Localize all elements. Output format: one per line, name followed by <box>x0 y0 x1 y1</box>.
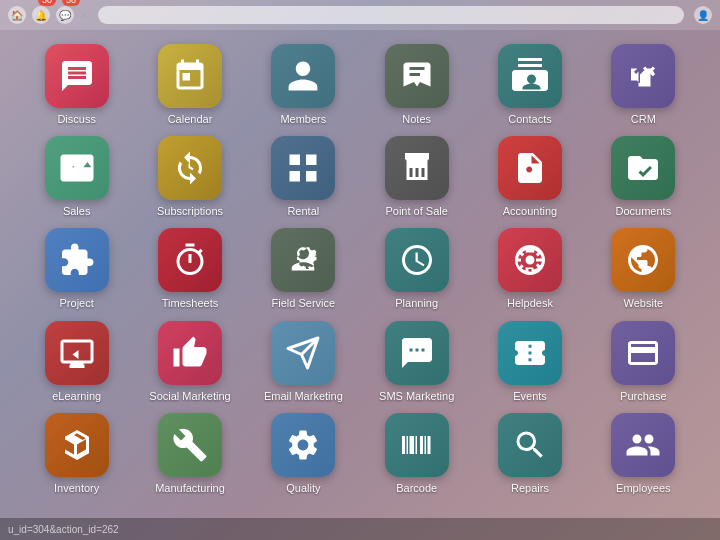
app-item-helpdesk[interactable]: Helpdesk <box>473 222 586 314</box>
smsmarketing-label: SMS Marketing <box>379 390 454 403</box>
timesheets-label: Timesheets <box>162 297 218 310</box>
crm-label: CRM <box>631 113 656 126</box>
app-item-sales[interactable]: Sales <box>20 130 133 222</box>
inventory-label: Inventory <box>54 482 99 495</box>
app-item-crm[interactable]: CRM <box>587 38 700 130</box>
manufacturing-label: Manufacturing <box>155 482 225 495</box>
documents-label: Documents <box>616 205 672 218</box>
members-label: Members <box>280 113 326 126</box>
employees-icon <box>611 413 675 477</box>
events-icon <box>498 321 562 385</box>
app-item-socialmarketing[interactable]: Social Marketing <box>133 315 246 407</box>
elearning-icon <box>45 321 109 385</box>
helpdesk-label: Helpdesk <box>507 297 553 310</box>
pos-icon <box>385 136 449 200</box>
sales-label: Sales <box>63 205 91 218</box>
bell-badge: 30 <box>38 0 56 6</box>
rental-icon <box>271 136 335 200</box>
subscriptions-label: Subscriptions <box>157 205 223 218</box>
app-item-members[interactable]: Members <box>247 38 360 130</box>
accounting-icon <box>498 136 562 200</box>
app-item-calendar[interactable]: Calendar <box>133 38 246 130</box>
app-item-elearning[interactable]: eLearning <box>20 315 133 407</box>
calendar-label: Calendar <box>168 113 213 126</box>
quality-icon <box>271 413 335 477</box>
purchase-label: Purchase <box>620 390 666 403</box>
app-item-inventory[interactable]: Inventory <box>20 407 133 499</box>
notes-label: Notes <box>402 113 431 126</box>
app-item-project[interactable]: Project <box>20 222 133 314</box>
app-item-timesheets[interactable]: Timesheets <box>133 222 246 314</box>
inventory-icon <box>45 413 109 477</box>
app-item-smsmarketing[interactable]: SMS Marketing <box>360 315 473 407</box>
quality-label: Quality <box>286 482 320 495</box>
rental-label: Rental <box>287 205 319 218</box>
app-item-repairs[interactable]: Repairs <box>473 407 586 499</box>
app-item-discuss[interactable]: Discuss <box>20 38 133 130</box>
app-item-pos[interactable]: Point of Sale <box>360 130 473 222</box>
socialmarketing-icon <box>158 321 222 385</box>
app-item-manufacturing[interactable]: Manufacturing <box>133 407 246 499</box>
chat-badge: 58 <box>62 0 80 6</box>
statusbar-text: u_id=304&action_id=262 <box>8 524 119 535</box>
employees-label: Employees <box>616 482 670 495</box>
app-item-fieldservice[interactable]: Field Service <box>247 222 360 314</box>
home-icon[interactable]: 🏠 <box>8 6 26 24</box>
user-avatar[interactable]: 👤 <box>694 6 712 24</box>
search-bar[interactable] <box>98 6 684 24</box>
bell-icon[interactable]: 🔔 30 <box>32 6 50 24</box>
app-item-accounting[interactable]: Accounting <box>473 130 586 222</box>
socialmarketing-label: Social Marketing <box>149 390 230 403</box>
discuss-label: Discuss <box>57 113 96 126</box>
accounting-label: Accounting <box>503 205 557 218</box>
purchase-icon <box>611 321 675 385</box>
smsmarketing-icon <box>385 321 449 385</box>
repairs-label: Repairs <box>511 482 549 495</box>
events-label: Events <box>513 390 547 403</box>
contacts-label: Contacts <box>508 113 551 126</box>
app-item-rental[interactable]: Rental <box>247 130 360 222</box>
app-item-events[interactable]: Events <box>473 315 586 407</box>
chat-icon[interactable]: 💬 58 <box>56 6 74 24</box>
app-item-documents[interactable]: Documents <box>587 130 700 222</box>
app-item-employees[interactable]: Employees <box>587 407 700 499</box>
sales-icon <box>45 136 109 200</box>
website-label: Website <box>624 297 664 310</box>
project-icon <box>45 228 109 292</box>
documents-icon <box>611 136 675 200</box>
app-item-emailmarketing[interactable]: Email Marketing <box>247 315 360 407</box>
fieldservice-icon <box>271 228 335 292</box>
app-item-quality[interactable]: Quality <box>247 407 360 499</box>
pos-label: Point of Sale <box>385 205 447 218</box>
subscriptions-icon <box>158 136 222 200</box>
statusbar: u_id=304&action_id=262 <box>0 518 720 540</box>
project-label: Project <box>60 297 94 310</box>
barcode-icon <box>385 413 449 477</box>
discuss-icon <box>45 44 109 108</box>
app-grid: DiscussCalendarMembersNotesContactsCRMSa… <box>0 30 720 507</box>
members-icon <box>271 44 335 108</box>
topbar: 🏠 🔔 30 💬 58 × 👤 <box>0 0 720 30</box>
app-item-barcode[interactable]: Barcode <box>360 407 473 499</box>
helpdesk-icon <box>498 228 562 292</box>
calendar-icon <box>158 44 222 108</box>
manufacturing-icon <box>158 413 222 477</box>
timesheets-icon <box>158 228 222 292</box>
crm-icon <box>611 44 675 108</box>
app-item-purchase[interactable]: Purchase <box>587 315 700 407</box>
contacts-icon <box>498 44 562 108</box>
fieldservice-label: Field Service <box>272 297 336 310</box>
repairs-icon <box>498 413 562 477</box>
app-item-contacts[interactable]: Contacts <box>473 38 586 130</box>
app-item-subscriptions[interactable]: Subscriptions <box>133 130 246 222</box>
planning-label: Planning <box>395 297 438 310</box>
close-button[interactable]: × <box>80 7 88 23</box>
app-item-website[interactable]: Website <box>587 222 700 314</box>
emailmarketing-icon <box>271 321 335 385</box>
app-item-planning[interactable]: Planning <box>360 222 473 314</box>
elearning-label: eLearning <box>52 390 101 403</box>
emailmarketing-label: Email Marketing <box>264 390 343 403</box>
app-item-notes[interactable]: Notes <box>360 38 473 130</box>
barcode-label: Barcode <box>396 482 437 495</box>
notes-icon <box>385 44 449 108</box>
